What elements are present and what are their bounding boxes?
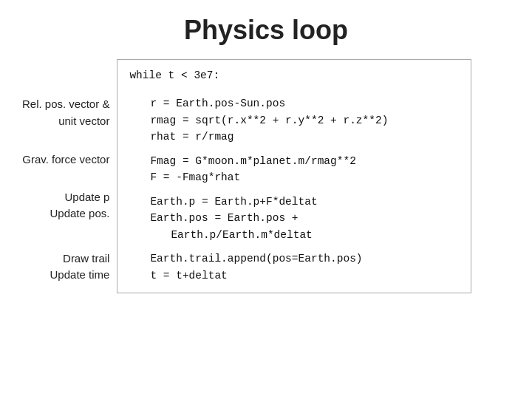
fmag-line: Fmag = G*moon.m*planet.m/rmag**2	[129, 153, 459, 169]
label-grav-force: Grav. force vector	[22, 151, 109, 168]
main-layout: Rel. pos. vector & unit vector Grav. for…	[22, 59, 510, 293]
r-line: r = Earth.pos-Sun.pos	[129, 95, 459, 112]
while-line: while t < 3e7:	[129, 67, 459, 83]
label-draw-trail: Draw trail Update time	[50, 250, 110, 284]
page-title: Physics loop	[184, 15, 348, 46]
t-line: t = t+deltat	[129, 267, 459, 284]
label-rel-pos: Rel. pos. vector & unit vector	[22, 96, 109, 129]
earth-p-line: Earth.p = Earth.p+F*deltat	[129, 194, 459, 210]
label-update-p: Update p Update pos.	[50, 189, 110, 222]
rhat-line: rhat = r/rmag	[129, 129, 459, 145]
rmag-line: rmag = sqrt(r.x**2 + r.y**2 + r.z**2)	[129, 112, 459, 129]
code-box: while t < 3e7: r = Earth.pos-Sun.pos rma…	[117, 59, 471, 293]
f-line: F = -Fmag*rhat	[129, 169, 459, 185]
left-labels: Rel. pos. vector & unit vector Grav. for…	[22, 59, 117, 284]
trail-line: Earth.trail.append(pos=Earth.pos)	[129, 250, 459, 267]
earth-pos-cont: Earth.p/Earth.m*deltat	[129, 227, 459, 243]
earth-pos-line: Earth.pos = Earth.pos +	[129, 210, 459, 226]
